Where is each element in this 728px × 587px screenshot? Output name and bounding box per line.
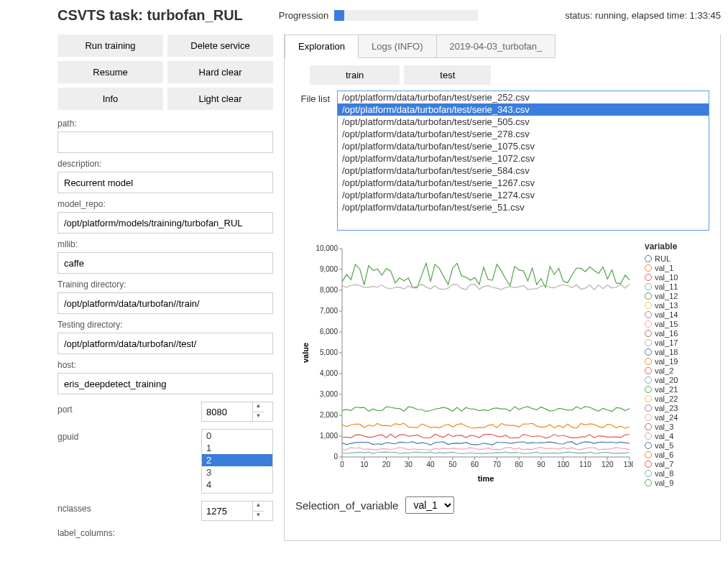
test-dir-input[interactable] <box>57 333 273 354</box>
description-input[interactable] <box>57 172 273 193</box>
legend-item[interactable]: val_16 <box>645 329 709 338</box>
run-training-button[interactable]: Run training <box>57 34 163 57</box>
svg-text:3,000: 3,000 <box>320 390 338 398</box>
legend-item[interactable]: val_24 <box>645 413 709 422</box>
legend-item[interactable]: val_11 <box>645 282 709 291</box>
gpuid-option[interactable]: 2 <box>202 454 272 466</box>
legend-item[interactable]: val_13 <box>645 301 709 310</box>
info-button[interactable]: Info <box>57 88 163 110</box>
legend-item[interactable]: val_20 <box>645 376 709 384</box>
file-list-item[interactable]: /opt/platform/data/turbofan/test/serie_5… <box>338 201 709 213</box>
svg-text:8,000: 8,000 <box>320 286 338 294</box>
file-list-item[interactable]: /opt/platform/data/turbofan/test/serie_1… <box>338 152 709 165</box>
train-dir-label: Training directory: <box>57 279 273 290</box>
legend-item[interactable]: val_6 <box>645 450 709 459</box>
status-text: status: running, elapsed time: 1:33:45 <box>565 10 721 21</box>
file-list-item[interactable]: /opt/platform/data/turbofan/test/serie_5… <box>338 165 709 177</box>
host-label: host: <box>57 360 273 370</box>
svg-text:9,000: 9,000 <box>320 265 338 273</box>
legend-item[interactable]: val_7 <box>645 460 709 468</box>
test-dir-label: Testing directory: <box>57 320 273 330</box>
host-input[interactable] <box>57 373 273 394</box>
svg-text:50: 50 <box>448 461 457 468</box>
file-list-item[interactable]: /opt/platform/data/turbofan/test/serie_5… <box>338 116 709 128</box>
svg-text:time: time <box>478 474 494 483</box>
svg-text:0: 0 <box>333 453 338 461</box>
gpuid-option[interactable]: 1 <box>202 442 272 454</box>
legend-item[interactable]: val_12 <box>645 292 709 300</box>
legend-item[interactable]: val_21 <box>645 385 709 394</box>
file-list-item[interactable]: /opt/platform/data/turbofan/test/serie_1… <box>338 189 709 201</box>
delete-service-button[interactable]: Delete service <box>167 34 273 57</box>
svg-text:40: 40 <box>427 461 436 468</box>
resume-button[interactable]: Resume <box>57 61 163 83</box>
legend-item[interactable]: val_4 <box>645 432 709 440</box>
train-dir-input[interactable] <box>57 292 273 314</box>
subtab-train[interactable]: train <box>310 65 400 85</box>
file-list-label: File list <box>295 91 330 104</box>
selection-label: Selection_of_variable <box>295 499 398 512</box>
svg-text:7,000: 7,000 <box>320 307 338 315</box>
svg-text:90: 90 <box>537 461 545 468</box>
svg-text:30: 30 <box>405 461 413 468</box>
legend-item[interactable]: val_2 <box>645 366 709 375</box>
legend-item[interactable]: val_5 <box>645 441 709 450</box>
svg-text:2,000: 2,000 <box>320 411 338 419</box>
svg-text:1,000: 1,000 <box>320 432 338 440</box>
tab-exploration[interactable]: Exploration <box>285 34 359 58</box>
file-list-item[interactable]: /opt/platform/data/turbofan/test/serie_1… <box>338 177 709 189</box>
nclasses-input[interactable] <box>202 502 252 520</box>
svg-text:5,000: 5,000 <box>320 348 338 356</box>
legend-item[interactable]: val_14 <box>645 310 709 319</box>
gpuid-listbox[interactable]: 01234 <box>201 429 273 494</box>
file-list-item[interactable]: /opt/platform/data/turbofan/test/serie_2… <box>338 91 709 103</box>
chart-legend: variable RULval_1val_10val_11val_12val_1… <box>645 241 709 488</box>
port-input[interactable] <box>202 402 252 421</box>
legend-item[interactable]: val_1 <box>645 264 709 272</box>
legend-item[interactable]: val_8 <box>645 469 709 478</box>
legend-item[interactable]: val_22 <box>645 394 709 403</box>
svg-text:4,000: 4,000 <box>320 369 338 377</box>
path-input[interactable] <box>57 131 273 153</box>
svg-text:130: 130 <box>624 461 633 468</box>
gpuid-label: gpuid <box>57 432 115 442</box>
svg-text:value: value <box>301 343 310 363</box>
svg-text:20: 20 <box>382 461 391 468</box>
port-spinner[interactable]: ▲▼ <box>252 402 264 421</box>
legend-item[interactable]: val_23 <box>645 404 709 412</box>
legend-item[interactable]: val_15 <box>645 320 709 328</box>
gpuid-option[interactable]: 0 <box>202 430 272 442</box>
svg-text:10,000: 10,000 <box>315 244 338 252</box>
legend-item[interactable]: RUL <box>645 254 709 263</box>
file-list[interactable]: /opt/platform/data/turbofan/test/serie_2… <box>337 91 709 231</box>
tab-logs[interactable]: Logs (INFO) <box>359 34 437 58</box>
gpuid-option[interactable]: 3 <box>202 466 272 479</box>
model-repo-input[interactable] <box>57 212 273 234</box>
legend-item[interactable]: val_10 <box>645 273 709 282</box>
mllib-label: mllib: <box>57 239 273 249</box>
legend-item[interactable]: val_17 <box>645 338 709 347</box>
hard-clear-button[interactable]: Hard clear <box>167 61 273 83</box>
legend-item[interactable]: val_9 <box>645 479 709 487</box>
svg-text:110: 110 <box>579 461 591 468</box>
selection-dropdown[interactable]: val_1 <box>405 496 454 514</box>
nclasses-label: nclasses <box>57 504 115 514</box>
legend-item[interactable]: val_18 <box>645 348 709 356</box>
mllib-input[interactable] <box>57 252 273 274</box>
model-repo-label: model_repo: <box>57 199 273 209</box>
gpuid-option[interactable]: 4 <box>202 479 272 491</box>
tab-run-date[interactable]: 2019-04-03_turbofan_ <box>437 34 556 58</box>
legend-item[interactable]: val_19 <box>645 357 709 366</box>
svg-text:100: 100 <box>557 461 569 468</box>
svg-text:80: 80 <box>515 461 524 468</box>
light-clear-button[interactable]: Light clear <box>167 88 273 110</box>
nclasses-spinner[interactable]: ▲▼ <box>252 502 264 520</box>
subtab-test[interactable]: test <box>404 65 491 85</box>
svg-text:0: 0 <box>340 461 344 468</box>
svg-text:70: 70 <box>493 461 502 468</box>
file-list-item[interactable]: /opt/platform/data/turbofan/test/serie_2… <box>338 128 709 140</box>
file-list-item[interactable]: /opt/platform/data/turbofan/test/serie_1… <box>338 140 709 152</box>
file-list-item[interactable]: /opt/platform/data/turbofan/test/serie_3… <box>338 103 709 116</box>
page-title: CSVTS task: turbofan_RUL <box>57 7 243 24</box>
legend-item[interactable]: val_3 <box>645 422 709 431</box>
